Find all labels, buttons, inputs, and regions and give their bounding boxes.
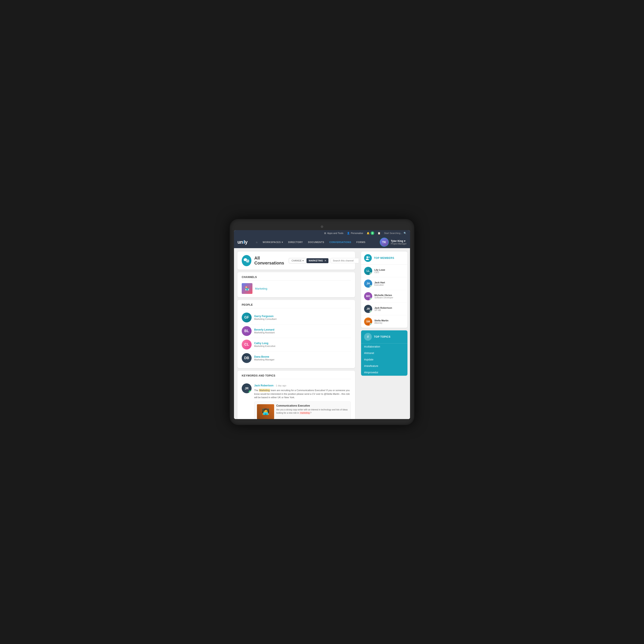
member-role-lily: CEO bbox=[374, 271, 385, 273]
person-info-beverly: Beverly Leonard Marketing Assistant bbox=[254, 328, 275, 334]
post-card-thumbnail: 🧑‍💻 bbox=[257, 404, 274, 419]
member-chat-indicator: 💬 bbox=[370, 285, 372, 288]
person-item: GF Garry Ferguson Marketing Consultant bbox=[242, 311, 351, 324]
keyword-post: JR 💬 Jack Robertson - 1 day ago The Mark… bbox=[242, 382, 351, 419]
user-avatar: TK bbox=[380, 238, 389, 247]
member-avatar-stella: SM 💬 bbox=[364, 317, 372, 326]
member-item-lily: LL 💬 Lily Lowe CEO bbox=[361, 265, 407, 277]
person-name-beverly[interactable]: Beverly Leonard bbox=[254, 328, 275, 331]
person-avatar-image: BL bbox=[242, 326, 252, 336]
notifications-button[interactable]: 🔔 8 bbox=[367, 231, 374, 235]
post-author[interactable]: Jack Robertson bbox=[254, 384, 273, 387]
top-members-header: TOP MEMBERS bbox=[361, 252, 407, 265]
conversations-icon bbox=[242, 255, 251, 266]
header-card: All Conversations CHANGE ▾ MARKETING ✕ bbox=[237, 252, 355, 270]
post-card-title: Communications Executive bbox=[276, 404, 348, 407]
clipboard-button[interactable]: 📋 bbox=[378, 232, 381, 235]
person-info-garry: Garry Ferguson Marketing Consultant bbox=[254, 315, 276, 320]
change-chevron-icon: ▾ bbox=[302, 259, 304, 262]
search-channel-input[interactable] bbox=[331, 258, 358, 263]
member-role-michelle: Software Developer bbox=[374, 296, 393, 299]
channel-name[interactable]: Marketing bbox=[255, 287, 267, 290]
post-time: - 1 day ago bbox=[274, 384, 286, 387]
post-avatar: JR 💬 bbox=[242, 383, 252, 393]
channels-section-title: CHANNELS bbox=[242, 276, 351, 281]
person-role-garry: Marketing Consultant bbox=[254, 318, 276, 320]
nav-home[interactable]: ⌂ bbox=[254, 240, 260, 245]
member-avatar-jack-robertson: JR 💬 bbox=[364, 305, 372, 313]
person-avatar-garry: GF bbox=[242, 313, 252, 322]
person-avatar-beverly: BL bbox=[242, 326, 252, 336]
utility-bar: ⊞ Apps and Tools 👤 Personalise 🔔 8 📋 Sta… bbox=[234, 230, 410, 236]
header-left: All Conversations CHANGE ▾ bbox=[242, 255, 307, 266]
personalise-link[interactable]: 👤 Personalise bbox=[347, 232, 363, 235]
people-section: PEOPLE GF Garry Ferguson Marketing Consu… bbox=[237, 300, 355, 368]
member-item-michelle: MO 💬 Michelle Obrien Software Developer bbox=[361, 290, 407, 303]
page-title: All Conversations bbox=[254, 256, 286, 266]
apps-icon: ⊞ bbox=[324, 232, 326, 235]
clipboard-icon: 📋 bbox=[378, 232, 381, 235]
topic-collaboration[interactable]: #collaboration bbox=[361, 343, 407, 350]
user-name[interactable]: Tyler King ▾ bbox=[391, 240, 407, 243]
nav-links: ⌂ WORKSPACES ▾ DIRECTORY DOCUMENTS CONVE… bbox=[254, 240, 380, 245]
topic-improvedui[interactable]: #improvedui bbox=[361, 369, 407, 376]
post-content: Jack Robertson - 1 day ago The Marketing… bbox=[254, 383, 351, 419]
card-keyword: marketing bbox=[299, 412, 310, 414]
person-avatar-dana: DB bbox=[242, 353, 252, 363]
member-info-michelle: Michelle Obrien Software Developer bbox=[374, 294, 393, 299]
member-name-jack-robertson[interactable]: Jack Robertson bbox=[374, 307, 392, 309]
topic-intranet[interactable]: #intranet bbox=[361, 350, 407, 356]
post-card-text: Are you a strong copy-writer with an int… bbox=[276, 408, 348, 415]
top-topics-header: # TOP TOPICS bbox=[361, 330, 407, 343]
member-item-stella: SM 💬 Stella Martin Attorney bbox=[361, 315, 407, 328]
channel-tag: MARKETING ✕ bbox=[307, 258, 328, 263]
top-members-card: TOP MEMBERS LL 💬 Lily Lowe CEO bbox=[361, 252, 407, 328]
user-icon: 👤 bbox=[347, 232, 350, 235]
top-topics-title: TOP TOPICS bbox=[374, 335, 390, 338]
main-content: All Conversations CHANGE ▾ MARKETING ✕ bbox=[234, 248, 358, 419]
person-name-cathy[interactable]: Cathy Long bbox=[254, 342, 275, 345]
user-menu-chevron: ▾ bbox=[404, 240, 405, 243]
top-topics-card: # TOP TOPICS #collaboration #intranet #u… bbox=[361, 330, 407, 376]
logo[interactable]: unily bbox=[237, 239, 247, 245]
person-role-beverly: Marketing Assistant bbox=[254, 331, 275, 334]
person-item: DB Dana Boone Marketing Manager bbox=[242, 351, 351, 365]
nav-documents[interactable]: DOCUMENTS bbox=[306, 240, 326, 245]
keywords-section: KEYWORDS AND TOPICS JR 💬 Jack Robertson … bbox=[237, 371, 355, 419]
nav-workspaces[interactable]: WORKSPACES ▾ bbox=[261, 240, 285, 245]
change-button[interactable]: CHANGE ▾ bbox=[289, 258, 307, 263]
header-right: MARKETING ✕ 🔍 bbox=[307, 258, 358, 263]
member-name-stella[interactable]: Stella Martin bbox=[374, 319, 388, 322]
member-chat-indicator: 💬 bbox=[370, 310, 372, 313]
member-name-jack-hart[interactable]: Jack Hart bbox=[374, 281, 385, 284]
nav-directory[interactable]: DIRECTORY bbox=[286, 240, 305, 245]
member-info-jack-hart: Jack Hart Executive bbox=[374, 281, 385, 286]
search-icon: 🔍 bbox=[404, 232, 407, 235]
member-avatar-michelle: MO 💬 bbox=[364, 292, 372, 300]
bell-icon: 🔔 bbox=[367, 232, 370, 235]
member-item-jack-hart: JH 💬 Jack Hart Executive bbox=[361, 277, 407, 290]
member-chat-indicator: 💬 bbox=[370, 272, 372, 275]
apps-tools-link[interactable]: ⊞ Apps and Tools bbox=[324, 232, 343, 235]
member-avatar-lily: LL 💬 bbox=[364, 267, 372, 275]
member-name-michelle[interactable]: Michelle Obrien bbox=[374, 294, 393, 296]
member-chat-indicator: 💬 bbox=[370, 323, 372, 326]
home-icon: ⌂ bbox=[256, 241, 257, 243]
svg-point-0 bbox=[366, 256, 368, 258]
sidebar: TOP MEMBERS LL 💬 Lily Lowe CEO bbox=[358, 248, 410, 419]
channel-thumbnail: 🏪 bbox=[242, 283, 252, 294]
person-role-dana: Marketing Manager bbox=[254, 358, 275, 361]
people-section-title: PEOPLE bbox=[242, 303, 351, 308]
topic-update[interactable]: #update bbox=[361, 356, 407, 363]
member-chat-indicator: 💬 bbox=[370, 298, 372, 300]
person-name-garry[interactable]: Garry Ferguson bbox=[254, 315, 276, 318]
topic-newfeature[interactable]: #newfeature bbox=[361, 363, 407, 369]
nav-forms[interactable]: FORMS bbox=[354, 240, 368, 245]
nav-conversations[interactable]: CONVERSATIONS bbox=[327, 240, 353, 245]
channel-item: 🏪 Marketing bbox=[242, 283, 351, 294]
global-search[interactable]: Start Searching... 🔍 bbox=[384, 232, 407, 235]
person-name-dana[interactable]: Dana Boone bbox=[254, 355, 275, 358]
person-role-cathy: Marketing Executive bbox=[254, 345, 275, 347]
member-name-lily[interactable]: Lily Lowe bbox=[374, 269, 385, 271]
remove-channel-button[interactable]: ✕ bbox=[324, 259, 326, 262]
